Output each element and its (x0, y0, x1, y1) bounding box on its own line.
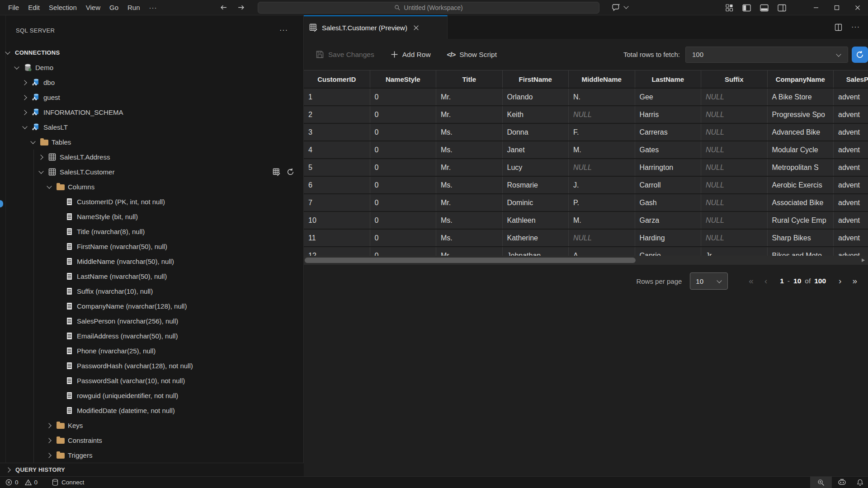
tree-item-column-lastname[interactable]: LastName (nvarchar(50), null) (0, 269, 303, 284)
table-row[interactable]: 20Mr.KeithNULLHarrisNULLProgressive Spoa… (304, 106, 868, 124)
tree-item-constraints[interactable]: Constraints (0, 433, 303, 448)
last-page-button[interactable]: » (847, 276, 863, 286)
column-header[interactable]: CompanyName (768, 70, 834, 88)
query-history-section[interactable]: QUERY HISTORY (0, 463, 304, 476)
tree-item-column-customerid[interactable]: CustomerID (PK, int, not null) (0, 194, 303, 209)
table-row[interactable]: 30Ms.DonnaF.CarrerasNULLAdvanced Bikeadv… (304, 124, 868, 141)
forward-arrow-icon[interactable] (237, 4, 245, 11)
minimize-button[interactable] (806, 0, 826, 15)
tree-item-triggers[interactable]: Triggers (0, 448, 303, 463)
column-header[interactable]: SalesPerson (834, 70, 868, 88)
back-arrow-icon[interactable] (220, 4, 227, 11)
menu-selection[interactable]: Selection (44, 0, 81, 15)
column-header[interactable]: MiddleName (569, 70, 635, 88)
tree-item-demo[interactable]: Demo (0, 60, 303, 75)
tree-item-column-middlename[interactable]: MiddleName (nvarchar(50), null) (0, 254, 303, 269)
table-row[interactable]: 50Mr.LucyNULLHarringtonNULLMetropolitan … (304, 159, 868, 177)
tree-item-column-emailaddress[interactable]: EmailAddress (nvarchar(50), null) (0, 328, 303, 343)
close-tab-icon[interactable] (413, 25, 419, 31)
copilot-status-icon[interactable] (832, 477, 852, 488)
table-row[interactable]: 100Ms.KathleenM.GarzaNULLRural Cycle Emp… (304, 212, 868, 230)
chevron-right-icon (38, 154, 45, 161)
column-header[interactable]: CustomerID (304, 70, 370, 88)
column-header[interactable]: NameStyle (370, 70, 437, 88)
column-header[interactable]: FirstName (503, 70, 569, 88)
previous-page-button[interactable]: ‹ (759, 276, 773, 286)
toggle-panel-icon[interactable] (760, 4, 769, 12)
tree-item-column-title[interactable]: Title (nvarchar(8), null) (0, 224, 303, 239)
horizontal-scrollbar[interactable] (304, 256, 868, 265)
toggle-primary-sidebar-icon[interactable] (742, 4, 751, 12)
tree-item-saleslt-address[interactable]: SalesLT.Address (0, 150, 303, 164)
tree-item-saleslt-customer[interactable]: SalesLT.Customer (0, 164, 303, 179)
tree-item-column-firstname[interactable]: FirstName (nvarchar(50), null) (0, 239, 303, 254)
table-row[interactable]: 60Ms.RosmarieJ.CarrollNULLAerobic Exerci… (304, 177, 868, 194)
tree-item-saleslt[interactable]: SalesLT (0, 120, 303, 135)
command-center-search[interactable]: Untitled (Workspace) (258, 2, 599, 14)
column-icon (65, 212, 74, 221)
table-row[interactable]: 110Ms.KatherineNULLHardingNULLSharp Bike… (304, 230, 868, 247)
column-header[interactable]: LastName (635, 70, 702, 88)
rows-per-page-dropdown[interactable]: 10 (690, 272, 728, 290)
menu-run[interactable]: Run (123, 0, 145, 15)
tree-item-keys[interactable]: Keys (0, 418, 303, 433)
warnings-count[interactable]: 0 (34, 479, 38, 486)
tree-section-connections[interactable]: CONNECTIONS (0, 45, 303, 60)
warnings-icon[interactable] (25, 479, 32, 486)
split-editor-icon[interactable] (835, 23, 842, 31)
tree-item-column-phone[interactable]: Phone (nvarchar(25), null) (0, 343, 303, 358)
menu-file[interactable]: File (4, 0, 24, 15)
tree-item-column-namestyle[interactable]: NameStyle (bit, null) (0, 209, 303, 224)
close-window-button[interactable] (847, 0, 868, 15)
database-icon (52, 479, 58, 486)
tree-item-column-passwordhash[interactable]: PasswordHash (varchar(128), not null) (0, 358, 303, 373)
editor-more-actions-icon[interactable]: ··· (851, 23, 860, 31)
save-changes-button[interactable]: Save Changes (316, 50, 374, 59)
tree-item-column-salesperson[interactable]: SalesPerson (nvarchar(256), null) (0, 314, 303, 328)
sidebar-more-actions-icon[interactable]: ··· (279, 26, 288, 34)
scroll-right-arrow-icon[interactable] (862, 258, 865, 262)
show-script-button[interactable]: </> Show Script (447, 51, 497, 59)
tree-item-column-rowguid[interactable]: rowguid (uniqueidentifier, not null) (0, 388, 303, 403)
scrollbar-thumb[interactable] (305, 258, 636, 263)
errors-count[interactable]: 0 (15, 479, 19, 486)
refresh-table-button[interactable] (852, 47, 868, 63)
toggle-secondary-sidebar-icon[interactable] (778, 4, 786, 12)
menu-view[interactable]: View (81, 0, 105, 15)
next-page-button[interactable]: › (833, 276, 847, 286)
column-header[interactable]: Title (436, 70, 503, 88)
tab-saleslt-customer[interactable]: SalesLT.Customer (Preview) (304, 15, 448, 39)
tree-item-guest[interactable]: guest (0, 90, 303, 105)
fetch-rows-dropdown[interactable]: 100 (685, 47, 848, 63)
first-page-button[interactable]: « (743, 276, 759, 286)
copilot-chat-icon[interactable] (611, 2, 621, 12)
table-row[interactable]: 70Mr.DominicP.GashNULLAssociated Bikeadv… (304, 194, 868, 212)
zoom-control[interactable] (810, 477, 832, 488)
menu-edit[interactable]: Edit (24, 0, 44, 15)
column-header[interactable]: Suffix (701, 70, 768, 88)
connect-status-item[interactable]: Connect (52, 479, 84, 486)
tree-item-tables[interactable]: Tables (0, 135, 303, 150)
tree-item-column-modifieddate[interactable]: ModifiedDate (datetime, not null) (0, 403, 303, 418)
tree-item-dbo[interactable]: dbo (0, 75, 303, 90)
tree-item-information-schema[interactable]: INFORMATION_SCHEMA (0, 105, 303, 120)
menu-go[interactable]: Go (105, 0, 123, 15)
table-row[interactable]: 40Ms.JanetM.GatesNULLModular Cycleadvent (304, 141, 868, 159)
copilot-dropdown-chevron-icon[interactable] (623, 4, 630, 11)
more-menus-icon[interactable]: ··· (145, 4, 162, 11)
grid-header-row: CustomerID NameStyle Title FirstName Mid… (304, 70, 868, 89)
maximize-button[interactable] (826, 0, 847, 15)
refresh-icon[interactable] (287, 168, 294, 176)
tree-item-column-companyname[interactable]: CompanyName (nvarchar(128), null) (0, 299, 303, 314)
table-designer-toolbar: Save Changes Add Row </> Show Script Tot… (304, 39, 868, 70)
tree-item-column-passwordsalt[interactable]: PasswordSalt (varchar(10), not null) (0, 373, 303, 388)
tree-item-columns[interactable]: Columns (0, 179, 303, 194)
notifications-bell-icon[interactable] (852, 477, 868, 488)
table-row[interactable]: 10Mr.OrlandoN.GeeNULLA Bike Storeadvent (304, 89, 868, 106)
edit-data-icon[interactable] (273, 168, 281, 176)
customize-layout-icon[interactable] (725, 4, 733, 12)
add-row-button[interactable]: Add Row (391, 51, 431, 59)
column-icon (65, 242, 74, 251)
tree-item-column-suffix[interactable]: Suffix (nvarchar(10), null) (0, 284, 303, 299)
errors-icon[interactable] (5, 479, 12, 486)
